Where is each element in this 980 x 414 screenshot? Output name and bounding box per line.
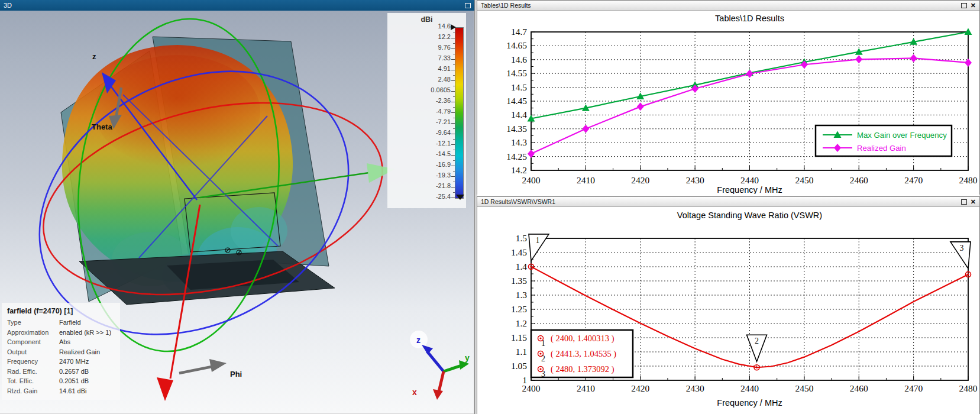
colorbar-min-marker[interactable] [456,195,464,200]
x-tick-label: 2450 [795,383,813,393]
colorbar-tick-label: 4.91 [408,65,451,72]
x-tick-label: 2460 [850,175,868,185]
3d-panel-title: 3D [4,2,465,9]
farfield-info-row: TypeFarfield [7,318,115,328]
x-tick-label: 2420 [631,383,649,393]
colorbar-tick-label: -12.1 [408,140,451,147]
vswr-chart-panel: 1D Results\VSWR\VSWR1 ✕ Voltage Standing… [477,196,980,414]
colorbar-tick-label: 12.2 [408,33,451,40]
legend-entry: Max Gain over Frequency [857,131,947,140]
colorbar-tick-label: -4.79 [408,108,451,115]
vswr-panel-title: 1D Results\VSWR\VSWR1 [481,198,958,205]
farfield-info-row: Frequency2470 MHz [7,357,115,367]
3d-panel: 3D [0,0,475,414]
colorbar-tick-label: 14.6 [408,22,451,30]
chart-title: Voltage Standing Wave Ratio (VSWR) [677,211,822,220]
farfield-info-title: farfield (f=2470) [1] [7,307,115,315]
farfield-info-row: Tot. Effic.0.2051 dB [7,376,115,386]
colorbar-tick-label: 2.48 [408,76,451,83]
diamond-marker [910,54,917,62]
y-tick-label: 14.45 [506,96,527,106]
restore-icon[interactable] [961,199,967,205]
curve-marker-flag[interactable]: 3 [950,242,971,277]
x-tick-label: 2430 [686,175,704,185]
x-tick-label: 2480 [959,175,978,185]
restore-icon[interactable] [961,3,967,8]
colorbar-tick-label: -21.8 [408,182,451,189]
x-axis-arrowhead [157,377,173,401]
colorbar-tick-label: -9.64 [408,129,451,136]
x-tick-label: 2460 [850,383,868,393]
marker-value: ( 2400, 1.400313 ) [551,334,614,344]
y-tick-label: 1.45 [511,247,527,257]
close-icon[interactable]: ✕ [971,2,976,9]
y-tick-label: 14.65 [506,40,527,50]
farfield-info-row: Approximationenabled (kR >> 1) [7,328,115,338]
x-tick-label: 2400 [522,175,541,185]
phi-label: Phi [230,370,242,379]
phi-arrowhead [209,359,227,372]
farfield-info-row: Rad. Effic.0.2657 dB [7,367,115,377]
diamond-marker [637,102,644,111]
colorbar-tick-label: -7.21 [408,118,451,125]
marker-value-box[interactable]: 1( 2400, 1.400313 )2( 2441.3, 1.04535 )3… [531,330,633,379]
restore-icon[interactable] [465,3,471,8]
y-tick-label: 1.4 [516,261,528,271]
diamond-marker [855,55,862,63]
y-tick-label: 1.35 [511,276,527,286]
marker-value: ( 2441.3, 1.04535 ) [551,349,616,359]
colorbar-tick-label: -16.9 [408,161,451,168]
gain-chart[interactable]: Tables\1D Results14.214.2514.314.3514.41… [477,11,979,196]
triad-z-arrow [427,351,444,371]
x-tick-label: 2470 [904,175,923,185]
x-tick-label: 2400 [522,383,541,393]
3d-panel-titlebar[interactable]: 3D [0,0,474,11]
farfield-info-row: Rlzd. Gain14.61 dBi [7,386,115,396]
colorbar-max-marker[interactable] [451,24,456,30]
x-tick-label: 2420 [631,175,649,185]
colorbar-tick-label: -25.4 [408,193,451,200]
x-tick-label: 2480 [959,383,978,393]
x-axis-label: Frequency / MHz [717,398,782,407]
gain-panel-titlebar[interactable]: Tables\1D Results ✕ [477,1,979,11]
triad-y-label: y [465,353,470,363]
colorbar-tick-label: -14.5 [408,150,451,157]
y-tick-label: 14.2 [511,165,527,175]
x-tick-label: 2440 [740,175,759,185]
gain-plot: Tables\1D Results14.214.2514.314.3514.41… [477,11,978,194]
svg-text:2: 2 [541,354,545,363]
colorbar-gradient [455,27,464,199]
x-tick-label: 2430 [686,383,704,393]
x-tick-label: 2470 [904,383,923,393]
colorbar-legend: dBi 14.612.29.767.334.912.480.0605-2.36-… [387,13,466,208]
curve-marker-flag[interactable]: 1 [529,234,549,270]
y-tick-label: 14.25 [506,151,527,161]
colorbar-tick-label: 7.33 [408,54,451,62]
y-tick-label: 1.3 [516,290,528,300]
theta-label: Theta [92,122,112,131]
y-tick-label: 14.6 [511,54,527,64]
curve-marker-flag[interactable]: 2 [747,335,767,370]
3d-viewport[interactable]: z y Theta Phi [0,11,474,413]
svg-text:1: 1 [536,236,540,245]
close-icon[interactable]: ✕ [971,199,976,205]
y-tick-label: 1.2 [516,318,527,328]
chart-title: Tables\1D Results [715,14,784,23]
svg-text:2: 2 [755,337,759,345]
vswr-panel-titlebar[interactable]: 1D Results\VSWR\VSWR1 ✕ [477,197,979,207]
triad-x-arrow [439,371,444,392]
y-tick-label: 14.3 [511,137,527,147]
legend-entry: Realized Gain [857,144,906,153]
vswr-plot: Voltage Standing Wave Ratio (VSWR)11.051… [477,207,978,413]
x-axis-label: Frequency / MHz [717,185,782,194]
svg-text:3: 3 [960,244,964,253]
x-tick-label: 2450 [795,175,813,185]
farfield-info-row: ComponentAbs [7,337,115,347]
legend[interactable]: Max Gain over FrequencyRealized Gain [816,125,952,156]
x-tick-label: 2410 [577,175,595,185]
colorbar-tick-label: 9.76 [408,44,451,51]
colorbar-tick-label: -19.3 [408,172,451,179]
vswr-chart[interactable]: Voltage Standing Wave Ratio (VSWR)11.051… [477,207,979,414]
y-tick-label: 1.5 [516,233,528,243]
coordinate-triad[interactable]: z y x [410,331,470,400]
